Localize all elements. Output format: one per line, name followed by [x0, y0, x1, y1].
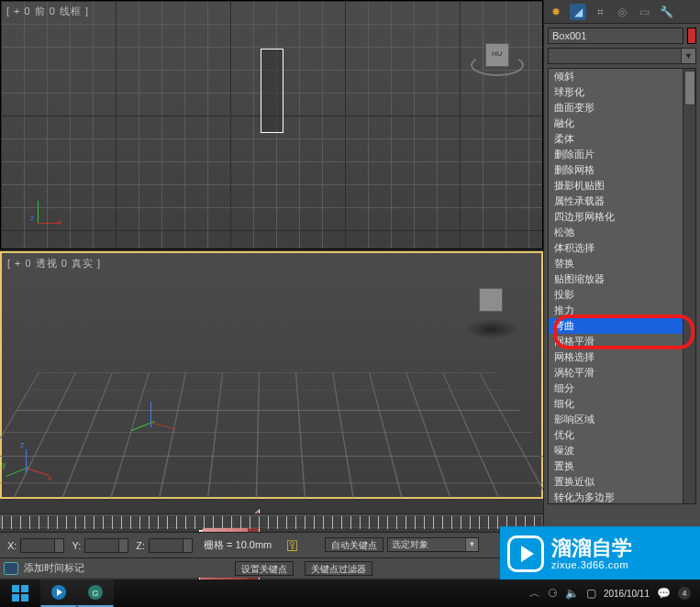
hierarchy-tab-icon[interactable]: ⌗ — [592, 4, 608, 20]
svg-rect-3 — [21, 594, 28, 601]
modifier-list-item[interactable]: 细化 — [549, 396, 683, 412]
watermark-banner: 溜溜自学 zixue.3d66.com — [500, 526, 700, 579]
svg-text:G: G — [92, 589, 98, 598]
command-panel-tabs: ✹ ◢ ⌗ ◎ ▭ 🔧 — [544, 0, 700, 24]
modifier-list-item[interactable]: 四边形网格化 — [549, 209, 683, 225]
tray-badge[interactable]: 4 — [678, 587, 691, 600]
axis-gizmo-front: x z — [21, 195, 54, 228]
chevron-down-icon: ▼ — [681, 49, 695, 63]
system-tray: ︿ ⚆ 🔈 ▢ 2016/10/11 💬 4 — [529, 586, 700, 601]
taskbar: G ︿ ⚆ 🔈 ▢ 2016/10/11 💬 4 — [0, 579, 700, 607]
object-name-input[interactable] — [548, 28, 683, 44]
modifier-list-item[interactable]: 摄影机贴图 — [549, 178, 683, 193]
modifier-list-item[interactable]: 影响区域 — [549, 412, 683, 427]
coord-y-label: Y: — [68, 540, 84, 551]
modifier-set-dropdown[interactable]: ▼ — [548, 48, 696, 64]
coord-z-input[interactable] — [149, 538, 183, 553]
coord-x-spinner[interactable] — [55, 538, 64, 553]
modifier-list-item[interactable]: 柔体 — [549, 131, 683, 147]
modifier-list-item[interactable]: 删除面片 — [549, 147, 683, 162]
modifier-list-item[interactable]: 推力 — [549, 303, 683, 318]
modifier-list-item[interactable]: 融化 — [549, 116, 683, 131]
utilities-tab-icon[interactable]: 🔧 — [658, 4, 674, 20]
modifier-list-item[interactable]: 噪波 — [549, 443, 683, 458]
modifier-list-item[interactable]: 弯曲 — [549, 318, 683, 334]
coord-y-spinner[interactable] — [119, 538, 128, 553]
modifier-list-item[interactable]: 删除网格 — [549, 162, 683, 178]
taskbar-app-3dsmax[interactable]: G — [77, 579, 114, 607]
modifier-list-item[interactable]: 细分 — [549, 381, 683, 396]
scrollbar-thumb[interactable] — [684, 71, 695, 105]
create-tab-icon[interactable]: ✹ — [548, 4, 564, 20]
transform-gizmo[interactable] — [139, 400, 176, 436]
modifier-list-item[interactable]: 置换 — [549, 458, 683, 474]
modifier-list-item[interactable]: 投影 — [549, 287, 683, 303]
ime-icon[interactable]: ▢ — [586, 587, 596, 600]
modifier-set-dropdown-text — [549, 49, 681, 63]
start-button[interactable] — [0, 579, 40, 607]
watermark-title: 溜溜自学 — [551, 537, 632, 559]
modifier-list-item[interactable]: 涡轮平滑 — [549, 365, 683, 381]
viewcube-front[interactable]: HU — [469, 38, 526, 94]
coord-x-input[interactable] — [20, 538, 55, 553]
display-tab-icon[interactable]: ▭ — [636, 4, 652, 20]
modifier-list-item[interactable]: 优化 — [549, 427, 683, 443]
modifier-list-item[interactable]: 替换 — [549, 256, 683, 271]
coord-z-label: Z: — [132, 540, 149, 551]
coord-y-input[interactable] — [84, 538, 119, 553]
modifier-list-item[interactable]: 贴图缩放器 — [549, 271, 683, 287]
viewport-perspective[interactable]: [ + 0 透视 0 真实 ] x y z — [0, 251, 543, 499]
command-panel: ✹ ◢ ⌗ ◎ ▭ 🔧 ▼ 倾斜球形化曲面变形融化柔体删除面片删除网格摄影机贴图… — [543, 0, 700, 607]
speaker-icon[interactable]: 🔈 — [565, 587, 579, 600]
box-front-outline[interactable] — [261, 49, 283, 133]
taskbar-app-media[interactable] — [40, 579, 77, 607]
modifier-list: 倾斜球形化曲面变形融化柔体删除面片删除网格摄影机贴图属性承载器四边形网格化松弛体… — [548, 68, 696, 504]
svg-rect-2 — [12, 594, 19, 601]
key-icon[interactable]: ⚿ — [283, 537, 303, 554]
svg-rect-0 — [12, 585, 19, 592]
modifier-list-item[interactable]: 球形化 — [549, 84, 683, 100]
coord-z-spinner[interactable] — [183, 538, 193, 553]
modifier-list-item[interactable]: 转化为多边形 — [549, 490, 683, 503]
grid-perspective — [0, 372, 571, 497]
modifier-list-item[interactable]: 网格选择 — [549, 349, 683, 365]
viewport-front[interactable]: [ + 0 前 0 线框 ] x z HU — [0, 0, 543, 249]
viewcube-perspective[interactable] — [459, 279, 525, 345]
coord-x-label: X: — [4, 540, 20, 551]
modifier-list-item[interactable]: 置换近似 — [549, 474, 683, 490]
tray-date[interactable]: 2016/10/11 — [604, 589, 650, 599]
modify-tab-icon[interactable]: ◢ — [570, 4, 586, 20]
play-icon — [507, 535, 544, 572]
modifier-list-item[interactable]: 体积选择 — [549, 240, 683, 256]
grid-size-label: 栅格 = 10.0mm — [204, 538, 272, 552]
notification-icon[interactable]: 💬 — [657, 587, 671, 600]
set-key-button[interactable]: 设置关键点 — [235, 561, 294, 576]
modifier-list-item[interactable]: 属性承载器 — [549, 193, 683, 209]
scrollbar[interactable] — [683, 69, 695, 503]
time-ruler[interactable] — [0, 513, 543, 528]
key-filter-button[interactable]: 关键点过滤器 — [305, 561, 372, 576]
add-time-marker-button[interactable]: 添加时间标记 — [24, 561, 84, 575]
viewport-perspective-label: [ + 0 透视 0 真实 ] — [7, 257, 101, 270]
modifier-list-item[interactable]: 网格平滑 — [549, 334, 683, 349]
watermark-subtitle: zixue.3d66.com — [551, 559, 632, 570]
motion-tab-icon[interactable]: ◎ — [614, 4, 630, 20]
modifier-list-item[interactable]: 松弛 — [549, 225, 683, 240]
modifier-list-item[interactable]: 倾斜 — [549, 69, 683, 84]
axis-gizmo-perspective: x y z — [9, 446, 51, 488]
modifier-list-item[interactable]: 曲面变形 — [549, 100, 683, 116]
svg-rect-1 — [21, 585, 28, 592]
tray-chevron-up-icon[interactable]: ︿ — [529, 586, 540, 601]
key-target-dropdown[interactable]: 选定对象▼ — [387, 537, 479, 552]
wifi-icon[interactable]: ⚆ — [548, 587, 558, 600]
film-icon[interactable] — [4, 562, 18, 575]
viewport-front-label: [ + 0 前 0 线框 ] — [6, 5, 89, 18]
object-color-swatch[interactable] — [687, 28, 696, 44]
auto-key-button[interactable]: 自动关键点 — [325, 537, 383, 552]
chevron-down-icon: ▼ — [465, 538, 478, 551]
